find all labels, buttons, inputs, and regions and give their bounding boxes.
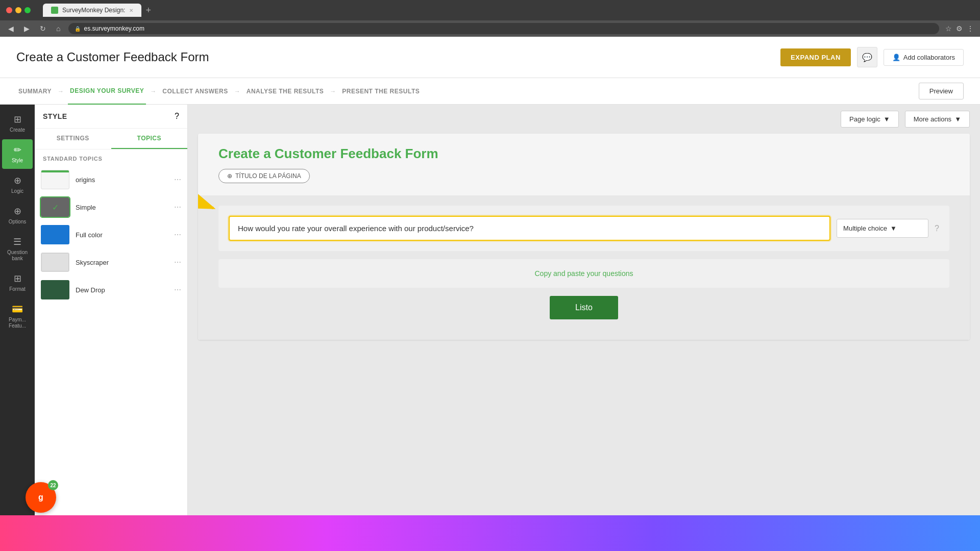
bookmark-icon[interactable]: ☆ — [945, 24, 952, 33]
topic-item-skyscraper[interactable]: Skyscraper ⋯ — [35, 248, 187, 276]
step-design[interactable]: DESIGN YOUR SURVEY — [68, 78, 146, 105]
step-arrow-3: → — [234, 88, 240, 95]
page-title-button[interactable]: ⊕ TÍTULO DE LA PÁGINA — [218, 169, 310, 183]
listo-button[interactable]: Listo — [550, 296, 618, 319]
tab-topics-label: TOPICS — [137, 135, 161, 142]
sidebar-item-logic-label: Logic — [11, 188, 23, 194]
step-present[interactable]: PRESENT THE RESULTS — [340, 78, 422, 105]
comment-icon: 💬 — [862, 53, 872, 62]
topic-item-dew-drop[interactable]: Dew Drop ⋯ — [35, 276, 187, 304]
format-icon: ⊞ — [14, 273, 21, 284]
menu-icon[interactable]: ⋮ — [967, 24, 974, 33]
new-tab-button[interactable]: + — [145, 5, 151, 16]
back-button[interactable]: ◀ — [6, 23, 16, 34]
payment-icon: 💳 — [12, 304, 23, 315]
tab-topics[interactable]: TOPICS — [111, 129, 188, 149]
sidebar-item-logic[interactable]: ⊕ Logic — [2, 170, 33, 199]
sidebar-item-question-bank-label: Question bank — [5, 249, 30, 262]
step-arrow-4: → — [330, 88, 336, 95]
topic-more-dew-drop[interactable]: ⋯ — [174, 286, 181, 294]
topic-name-full-color: Full color — [76, 231, 168, 239]
step-collect-label: COLLECT ANSWERS — [162, 88, 228, 95]
question-type-chevron-icon: ▼ — [890, 224, 897, 232]
question-card: Multiple choice ▼ ? — [218, 206, 949, 251]
step-summary[interactable]: SUMMARY — [16, 78, 54, 105]
sidebar-item-payment[interactable]: 💳 Paym... Featu... — [2, 298, 33, 334]
topic-more-skyscraper[interactable]: ⋯ — [174, 258, 181, 266]
step-collect[interactable]: COLLECT ANSWERS — [160, 78, 230, 105]
sidebar-item-create[interactable]: ⊞ Create — [2, 109, 33, 138]
create-icon: ⊞ — [14, 114, 21, 125]
comment-button[interactable]: 💬 — [857, 47, 877, 67]
sidebar-item-format-label: Format — [9, 286, 26, 292]
forward-button[interactable]: ▶ — [22, 23, 32, 34]
app-header: Create a Customer Feedback Form EXPAND P… — [0, 37, 980, 78]
question-text-input[interactable] — [229, 216, 830, 241]
sidebar-item-format[interactable]: ⊞ Format — [2, 268, 33, 297]
maximize-traffic-light[interactable] — [24, 7, 31, 13]
topic-more-full-color[interactable]: ⋯ — [174, 231, 181, 239]
browser-addressbar: ◀ ▶ ↻ ⌂ 🔒 es.surveymonkey.com ☆ ⚙ ⋮ — [0, 20, 980, 37]
sidebar-item-options-label: Options — [9, 219, 26, 225]
app: Create a Customer Feedback Form EXPAND P… — [0, 37, 980, 551]
step-design-label: DESIGN YOUR SURVEY — [70, 87, 144, 94]
question-card-wrapper: Multiple choice ▼ ? — [218, 206, 949, 251]
page-title-btn-label: TÍTULO DE LA PÁGINA — [235, 172, 301, 180]
survey-title: Create a Customer Feedback Form — [218, 146, 949, 162]
reload-button[interactable]: ↻ — [38, 23, 48, 34]
topic-item-simple[interactable]: ✓ Simple ⋯ — [35, 193, 187, 221]
step-analyse[interactable]: ANALYSE THE RESULTS — [244, 78, 326, 105]
tab-title: SurveyMonkey Design: — [62, 7, 125, 14]
sidebar-item-style-label: Style — [12, 158, 23, 164]
style-help-icon[interactable]: ? — [175, 112, 179, 121]
tab-settings[interactable]: SETTINGS — [35, 129, 111, 149]
browser-titlebar: SurveyMonkey Design: ✕ + — [0, 0, 980, 20]
style-panel-tabs: SETTINGS TOPICS — [35, 129, 187, 149]
extensions-icon[interactable]: ⚙ — [956, 24, 963, 33]
survey-container: Create a Customer Feedback Form ⊕ TÍTULO… — [198, 134, 970, 340]
topic-more-origins[interactable]: ⋯ — [174, 176, 181, 184]
page-logic-label: Page logic — [849, 115, 880, 123]
topic-item-origins[interactable]: origins ⋯ — [35, 166, 187, 193]
preview-button[interactable]: Preview — [919, 83, 964, 99]
options-icon: ⊕ — [14, 206, 21, 217]
expand-plan-button[interactable]: EXPAND PLAN — [780, 48, 851, 66]
question-help-icon[interactable]: ? — [935, 224, 939, 233]
g2-badge[interactable]: g 22 — [26, 482, 56, 513]
collaborators-label: Add collaborators — [903, 54, 955, 61]
copy-paste-area[interactable]: Copy and paste your questions — [218, 259, 949, 288]
topic-item-full-color[interactable]: Full color ⋯ — [35, 221, 187, 248]
close-traffic-light[interactable] — [6, 7, 12, 13]
topic-name-simple: Simple — [76, 204, 168, 211]
sidebar-item-options[interactable]: ⊕ Options — [2, 201, 33, 230]
tab-close-btn[interactable]: ✕ — [129, 8, 133, 13]
topic-name-skyscraper: Skyscraper — [76, 259, 168, 266]
bottom-bar — [0, 515, 980, 551]
topics-list: origins ⋯ ✓ Simple ⋯ Full color — [35, 166, 187, 515]
active-tab[interactable]: SurveyMonkey Design: ✕ — [43, 4, 141, 17]
sidebar-item-style[interactable]: ✏ Style — [2, 139, 33, 169]
step-summary-label: SUMMARY — [18, 88, 52, 95]
lock-icon: 🔒 — [75, 26, 81, 32]
more-actions-chevron-icon: ▼ — [954, 115, 961, 123]
home-button[interactable]: ⌂ — [54, 23, 62, 34]
header-actions: EXPAND PLAN 💬 👤 Add collaborators — [780, 47, 964, 67]
more-actions-button[interactable]: More actions ▼ — [905, 111, 970, 128]
add-collaborators-button[interactable]: 👤 Add collaborators — [884, 49, 964, 66]
sidebar-item-create-label: Create — [10, 127, 25, 133]
address-bar[interactable]: 🔒 es.surveymonkey.com — [68, 23, 939, 34]
steps-container: SUMMARY → DESIGN YOUR SURVEY → COLLECT A… — [16, 78, 422, 105]
copy-paste-label: Copy and paste your questions — [534, 269, 633, 278]
sidebar-item-question-bank[interactable]: ☰ Question bank — [2, 231, 33, 267]
topic-name-origins: origins — [76, 176, 168, 184]
topic-more-simple[interactable]: ⋯ — [174, 203, 181, 211]
survey-question-area: Multiple choice ▼ ? Copy and paste your … — [198, 195, 970, 340]
minimize-traffic-light[interactable] — [15, 7, 21, 13]
main-layout: ⊞ Create ✏ Style ⊕ Logic ⊕ Options ☰ Que… — [0, 105, 980, 515]
page-logic-button[interactable]: Page logic ▼ — [841, 111, 899, 128]
main-content: Page logic ▼ More actions ▼ Create a Cus… — [188, 105, 980, 515]
tab-favicon — [51, 7, 58, 14]
sidebar-item-payment-label: Paym... Featu... — [5, 317, 30, 329]
topic-thumb-origins — [41, 170, 69, 189]
question-type-select[interactable]: Multiple choice ▼ — [837, 219, 928, 238]
